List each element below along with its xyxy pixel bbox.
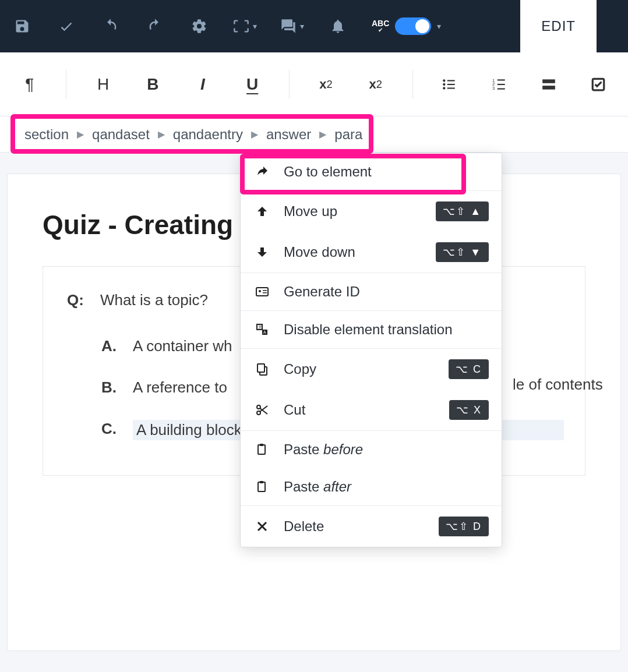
translate-icon: 文A	[253, 323, 271, 337]
numbered-list-button[interactable]: 123	[486, 70, 512, 98]
svg-rect-7	[497, 79, 504, 80]
copy-icon	[253, 362, 271, 376]
chevron-right-icon: ▶	[319, 129, 326, 140]
subscript-button[interactable]: x2	[362, 70, 389, 98]
check-icon[interactable]	[56, 16, 77, 37]
kbd-shortcut: ⌥⇧ ▼	[436, 242, 489, 262]
superscript-button[interactable]: x2	[313, 70, 339, 98]
svg-rect-22	[257, 364, 264, 372]
block-button[interactable]	[535, 70, 562, 98]
svg-text:A: A	[263, 330, 266, 334]
checkbox-button[interactable]	[585, 70, 612, 98]
toggle-switch[interactable]	[395, 17, 431, 35]
breadcrumb[interactable]: section ▶ qandaset ▶ qandaentry ▶ answer…	[8, 124, 379, 145]
format-toolbar: ¶ H B I U x2 x2 123	[0, 52, 628, 116]
comments-dropdown[interactable]: ▾	[280, 18, 304, 34]
svg-rect-3	[447, 83, 455, 84]
redo-icon[interactable]	[144, 16, 165, 37]
toolbar-overflow	[608, 0, 628, 52]
svg-rect-26	[260, 444, 263, 446]
pilcrow-icon[interactable]: ¶	[16, 70, 43, 98]
check-icon: ✔	[378, 27, 383, 33]
bold-button[interactable]: B	[140, 70, 166, 98]
underline-button[interactable]: U	[239, 70, 265, 98]
svg-rect-11	[497, 88, 504, 89]
kbd-shortcut: ⌥ X	[449, 400, 489, 420]
save-icon[interactable]	[12, 16, 33, 37]
arrow-share-icon	[253, 165, 271, 179]
chevron-down-icon: ▾	[253, 22, 257, 31]
svg-rect-18	[263, 292, 267, 293]
question-label: Q:	[64, 291, 84, 309]
crumb-item[interactable]: para	[334, 126, 362, 143]
paste-icon	[253, 443, 271, 457]
menu-paste-after[interactable]: Paste after	[241, 468, 502, 505]
menu-disable-translation[interactable]: 文A Disable element translation	[241, 311, 502, 348]
tab-edit[interactable]: EDIT	[520, 0, 597, 52]
svg-rect-5	[447, 87, 455, 89]
answer-label: B.	[97, 379, 117, 397]
menu-move-down[interactable]: Move down ⌥⇧ ▼	[241, 232, 502, 273]
svg-rect-25	[258, 445, 265, 454]
kbd-shortcut: ⌥⇧ ▲	[436, 201, 489, 221]
settings-icon[interactable]	[189, 16, 210, 37]
svg-rect-15	[256, 288, 268, 296]
bell-icon[interactable]	[327, 16, 348, 37]
svg-point-0	[443, 79, 445, 82]
undo-icon[interactable]	[100, 16, 121, 37]
menu-move-up[interactable]: Move up ⌥⇧ ▲	[241, 191, 502, 232]
crumb-item[interactable]: qandaentry	[173, 126, 243, 143]
menu-copy[interactable]: Copy ⌥ C	[241, 349, 502, 390]
svg-rect-9	[497, 83, 504, 84]
italic-button[interactable]: I	[189, 70, 216, 98]
crumb-item[interactable]: qandaset	[92, 126, 150, 143]
arrow-down-icon	[253, 245, 271, 259]
question-text: What is a topic?	[100, 291, 208, 309]
spellcheck-toggle[interactable]: ABC ✔ ▾	[372, 17, 441, 35]
svg-rect-13	[542, 86, 555, 90]
paste-icon	[253, 480, 271, 494]
chevron-down-icon: ▾	[437, 22, 441, 31]
answer-label: C.	[97, 420, 117, 438]
scissors-icon	[253, 403, 271, 417]
heading-button[interactable]: H	[90, 70, 116, 98]
top-toolbar: ▾ ▾ ABC ✔ ▾ EDIT	[0, 0, 628, 52]
kbd-shortcut: ⌥⇧ D	[439, 517, 489, 536]
svg-text:文: 文	[258, 325, 262, 329]
crumb-item[interactable]: answer	[266, 126, 311, 143]
svg-rect-27	[258, 482, 265, 491]
svg-point-16	[259, 290, 261, 292]
bullet-list-button[interactable]	[436, 70, 462, 98]
chevron-down-icon: ▾	[300, 22, 304, 31]
svg-point-4	[443, 87, 445, 89]
svg-rect-1	[447, 80, 455, 81]
svg-rect-17	[263, 290, 267, 291]
svg-rect-12	[542, 79, 555, 83]
menu-cut[interactable]: Cut ⌥ X	[241, 390, 502, 430]
frame-dropdown[interactable]: ▾	[233, 18, 257, 34]
arrow-up-icon	[253, 204, 271, 218]
svg-rect-28	[260, 481, 263, 483]
kbd-shortcut: ⌥ C	[449, 359, 489, 379]
menu-go-to-element[interactable]: Go to element	[241, 153, 502, 190]
svg-text:3: 3	[492, 85, 495, 90]
chevron-right-icon: ▶	[251, 129, 258, 140]
chevron-right-icon: ▶	[158, 129, 165, 140]
id-card-icon	[253, 285, 271, 299]
menu-paste-before[interactable]: Paste before	[241, 431, 502, 468]
trailing-text-fragment: le of contents	[513, 376, 603, 394]
menu-generate-id[interactable]: Generate ID	[241, 273, 502, 310]
crumb-item[interactable]: section	[24, 126, 69, 143]
answer-label: A.	[97, 337, 117, 355]
chevron-right-icon: ▶	[77, 129, 84, 140]
context-menu: Go to element Move up ⌥⇧ ▲ Move down ⌥⇧ …	[240, 153, 502, 547]
close-icon	[253, 519, 271, 533]
menu-delete[interactable]: Delete ⌥⇧ D	[241, 506, 502, 547]
breadcrumb-bar: section ▶ qandaset ▶ qandaentry ▶ answer…	[0, 116, 628, 153]
svg-point-2	[443, 83, 445, 85]
